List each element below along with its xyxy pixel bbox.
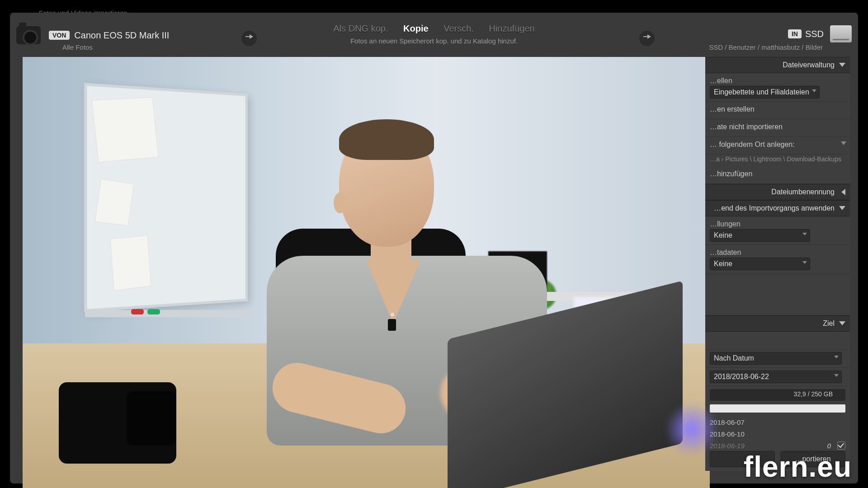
backup-path: …a › Pictures \ Lightroom \ Download-Bac…	[705, 155, 850, 166]
chevron-down-icon	[839, 63, 845, 67]
develop-settings-select[interactable]: Keine	[710, 229, 810, 242]
chevron-down-icon	[841, 141, 846, 145]
cursor-glow	[665, 402, 719, 456]
label: …llungen	[710, 220, 741, 228]
row-keywords[interactable]	[705, 273, 850, 315]
mode-move[interactable]: Versch.	[443, 23, 474, 33]
arrow-right-icon	[639, 31, 655, 46]
checkbox-icon[interactable]	[837, 441, 845, 450]
section-destination[interactable]: Ziel	[705, 315, 850, 332]
organize-select[interactable]: Nach Datum	[710, 352, 842, 365]
storage-bar[interactable]: 32,9 / 250 GB	[710, 389, 845, 401]
destination-block[interactable]: IN SSD	[780, 25, 852, 42]
chevron-down-icon	[839, 206, 845, 210]
chevron-left-icon	[841, 189, 845, 195]
label: …en erstellen	[710, 105, 755, 113]
photo-scene	[23, 57, 710, 488]
storage-usage-bar	[710, 404, 845, 413]
row-smart-previews[interactable]: …en erstellen	[705, 102, 850, 119]
label: …ellen	[710, 77, 732, 84]
mode-copy[interactable]: Kopie	[403, 23, 429, 33]
row-preview-type: …ellen Eingebettete und Filialdateien	[705, 73, 850, 102]
folder-row[interactable]: 2018-06-07	[710, 416, 845, 428]
section-rename[interactable]: Dateiumbenennung	[705, 184, 850, 200]
section-label: Dateiverwaltung	[783, 61, 835, 69]
app-chrome: VON Canon EOS 5D Mark III Alle Fotos Als…	[10, 13, 858, 483]
drive-icon	[830, 25, 852, 42]
destination-name: SSD	[805, 29, 824, 39]
section-label: Dateiumbenennung	[771, 188, 835, 196]
label: … folgendem Ort anlegen:	[710, 141, 795, 148]
label: …tadaten	[710, 249, 741, 256]
section-file-handling[interactable]: Dateiverwaltung	[705, 57, 850, 73]
row-skip-duplicates[interactable]: …ate nicht importieren	[705, 119, 850, 137]
top-bar: VON Canon EOS 5D Mark III Alle Fotos Als…	[10, 19, 858, 52]
row-develop-settings: …llungen Keine	[705, 216, 850, 245]
preview-area	[23, 57, 710, 488]
row-date-format: 2018/2018-06-22	[705, 368, 850, 386]
section-apply-during-import[interactable]: …end des Importvorgangs anwenden	[705, 200, 850, 216]
label: …hinzufügen	[710, 170, 752, 178]
section-label: …end des Importvorgangs anwenden	[714, 204, 835, 212]
watermark: flern.eu	[744, 450, 852, 483]
row-add-to-collection[interactable]: …hinzufügen	[705, 166, 850, 184]
folder-count: 0	[827, 442, 831, 450]
mode-as-dng[interactable]: Als DNG kop.	[333, 23, 388, 33]
row-spacer	[705, 332, 850, 349]
section-label: Ziel	[823, 319, 835, 327]
right-panel: Dateiverwaltung …ellen Eingebettete und …	[705, 57, 850, 471]
row-backup-location[interactable]: … folgendem Ort anlegen:	[705, 137, 850, 155]
metadata-select[interactable]: Keine	[710, 258, 810, 270]
storage-text: 32,9 / 250 GB	[794, 390, 833, 398]
row-organize: Nach Datum	[705, 349, 850, 368]
preview-type-select[interactable]: Eingebettete und Filialdateien	[710, 86, 820, 99]
destination-path: SSD / Benutzer / matthiasbutz / Bilder	[709, 43, 823, 51]
row-metadata: …tadaten Keine	[705, 245, 850, 273]
mode-add[interactable]: Hinzufügen	[489, 23, 534, 33]
import-mode-tabs: Als DNG kop. Kopie Versch. Hinzufügen	[10, 23, 858, 34]
label: …ate nicht importieren	[710, 123, 783, 131]
date-format-select[interactable]: 2018/2018-06-22	[710, 371, 842, 383]
chevron-down-icon	[839, 321, 845, 325]
destination-badge: IN	[788, 29, 802, 38]
folder-row[interactable]: 2018-06-10	[710, 428, 845, 440]
